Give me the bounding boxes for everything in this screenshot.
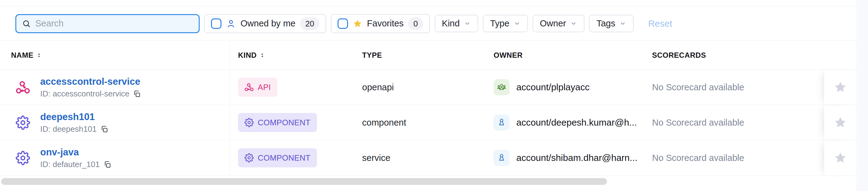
catalog-card: Owned by me 20 Favorites 0 Kind Type Own… (0, 0, 856, 191)
favorite-star-button[interactable] (834, 81, 847, 94)
owner-label: account/plplayacc (516, 82, 589, 92)
top-divider (0, 0, 856, 6)
owner-avatar-icon (494, 115, 509, 130)
kind-badge: API (238, 78, 277, 97)
entity-kind-icon (16, 80, 30, 95)
kind-dropdown[interactable]: Kind (435, 15, 478, 32)
copy-icon[interactable] (100, 125, 108, 133)
kind-badge-label: API (258, 83, 271, 92)
kind-badge-label: COMPONENT (258, 118, 311, 127)
owner-dropdown[interactable]: Owner (533, 15, 585, 32)
kind-cell: API (230, 70, 362, 105)
column-header-owner: OWNER (494, 41, 652, 69)
kind-cell: COMPONENT (230, 140, 362, 176)
entity-name-block: accesscontrol-service ID: accesscontrol-… (40, 76, 141, 99)
entity-id: ID: defauter_101 (40, 160, 100, 169)
tags-dropdown-label: Tags (596, 19, 615, 29)
copy-icon[interactable] (133, 90, 141, 98)
owner-cell: account/deepesh.kumar@h... (494, 105, 652, 140)
scorecards-cell: No Scorecard available (652, 70, 824, 105)
entity-kind-icon (16, 151, 30, 165)
copy-icon[interactable] (103, 161, 112, 168)
favorite-star-button[interactable] (834, 116, 847, 129)
star-icon (352, 19, 363, 29)
entity-name-link[interactable]: deepesh101 (40, 111, 108, 123)
column-header-favorite (824, 41, 856, 69)
column-header-type: TYPE (362, 41, 494, 69)
favorite-cell (824, 70, 856, 105)
owner-cell: account/plplayacc (494, 70, 652, 105)
favorite-star-button[interactable] (834, 151, 847, 165)
filter-toolbar: Owned by me 20 Favorites 0 Kind Type Own… (0, 6, 856, 41)
horizontal-scrollbar[interactable] (1, 178, 607, 185)
entity-name-link[interactable]: accesscontrol-service (40, 76, 141, 87)
type-cell: openapi (362, 70, 494, 105)
reset-button[interactable]: Reset (648, 19, 672, 29)
sort-icon[interactable] (260, 52, 265, 58)
scorecards-cell: No Scorecard available (652, 140, 824, 176)
table-row[interactable]: accesscontrol-service ID: accesscontrol-… (0, 70, 856, 105)
owner-label: account/deepesh.kumar@h... (516, 117, 637, 128)
entity-id-line: ID: deepesh101 (40, 124, 108, 134)
owned-by-me-checkbox[interactable] (211, 19, 221, 29)
chevron-down-icon (619, 20, 626, 27)
table-row[interactable]: deepesh101 ID: deepesh101 COMPONENT comp… (0, 105, 856, 140)
kind-badge-label: COMPONENT (258, 153, 311, 163)
search-input[interactable] (35, 19, 193, 29)
user-icon (226, 19, 236, 29)
kind-badge: COMPONENT (238, 148, 317, 167)
scorecards-cell: No Scorecard available (652, 105, 824, 140)
favorites-filter[interactable]: Favorites 0 (331, 14, 430, 33)
entity-id-line: ID: accesscontrol-service (40, 89, 141, 99)
kind-badge-icon (245, 118, 254, 127)
search-box (16, 14, 199, 33)
owner-label: account/shibam.dhar@harn... (516, 153, 637, 163)
owned-by-me-filter[interactable]: Owned by me 20 (204, 14, 326, 33)
owner-avatar-icon (494, 150, 509, 166)
name-cell: onv-java ID: defauter_101 (0, 140, 230, 176)
entity-id: ID: accesscontrol-service (40, 89, 129, 99)
table-header: NAME KIND TYPE OWNER SCORECARDS (0, 41, 856, 70)
type-dropdown[interactable]: Type (483, 15, 528, 32)
entity-name-block: onv-java ID: defauter_101 (40, 147, 112, 169)
chevron-down-icon (514, 20, 521, 27)
favorite-cell (824, 140, 856, 176)
kind-badge-icon (245, 153, 254, 162)
owned-by-me-count: 20 (300, 17, 319, 30)
favorites-checkbox[interactable] (338, 19, 348, 29)
entity-id-line: ID: defauter_101 (40, 160, 112, 169)
type-dropdown-label: Type (490, 19, 509, 29)
table-row[interactable]: onv-java ID: defauter_101 COMPONENT serv… (0, 140, 856, 176)
name-cell: accesscontrol-service ID: accesscontrol-… (0, 70, 230, 105)
owned-by-me-label: Owned by me (241, 19, 296, 29)
entity-id: ID: deepesh101 (40, 124, 97, 134)
type-cell: service (362, 140, 494, 176)
chevron-down-icon (570, 20, 577, 27)
favorites-count: 0 (408, 17, 423, 30)
column-header-scorecards: SCORECARDS (652, 41, 824, 69)
name-cell: deepesh101 ID: deepesh101 (0, 105, 230, 140)
tags-dropdown[interactable]: Tags (589, 15, 633, 32)
owner-avatar-icon (494, 79, 509, 95)
owner-cell: account/shibam.dhar@harn... (494, 140, 652, 176)
kind-badge: COMPONENT (238, 113, 317, 132)
column-header-kind[interactable]: KIND (230, 41, 362, 69)
column-header-name[interactable]: NAME (0, 41, 230, 69)
favorites-label: Favorites (367, 19, 404, 29)
type-cell: component (362, 105, 494, 140)
chevron-down-icon (464, 20, 471, 27)
table-body: accesscontrol-service ID: accesscontrol-… (0, 70, 856, 176)
favorite-cell (824, 105, 856, 140)
entity-name-link[interactable]: onv-java (40, 147, 112, 158)
owner-dropdown-label: Owner (540, 19, 566, 29)
kind-dropdown-label: Kind (442, 19, 460, 29)
entity-name-block: deepesh101 ID: deepesh101 (40, 111, 108, 134)
sort-icon[interactable] (36, 52, 41, 58)
entity-kind-icon (16, 116, 30, 130)
kind-badge-icon (245, 83, 254, 92)
kind-cell: COMPONENT (230, 105, 362, 140)
search-icon (22, 19, 31, 28)
